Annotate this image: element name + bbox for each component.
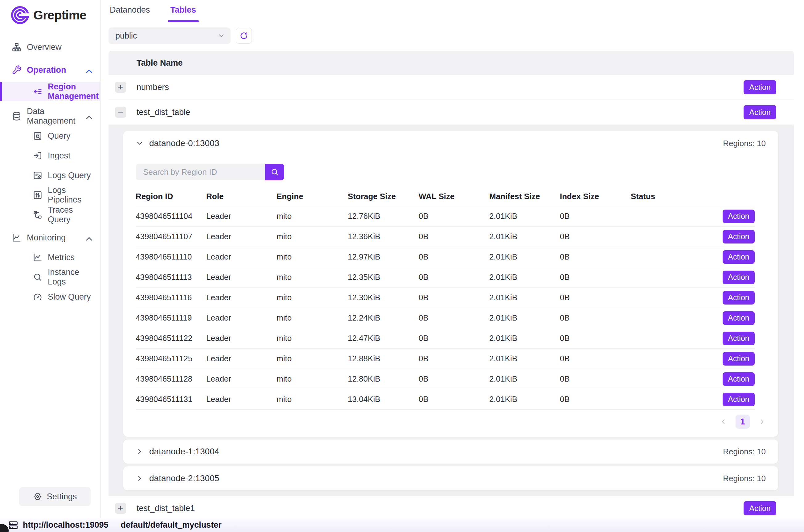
region-search-input[interactable] [136, 164, 265, 180]
datanode-0-header[interactable]: datanode-0:13003 Regions: 10 [136, 131, 766, 156]
region-storage: 12.76KiB [348, 211, 419, 221]
expand-toggle-button[interactable]: + [115, 503, 126, 514]
region-role: Leader [206, 211, 276, 221]
table-name: test_dist_table1 [137, 504, 195, 513]
view-tabs: Datanodes Tables [100, 0, 804, 22]
sidebar-group-monitoring[interactable]: Monitoring [0, 230, 100, 245]
region-index: 0B [560, 354, 631, 363]
regions-count-label: Regions: 10 [723, 474, 766, 483]
region-role: Leader [206, 272, 276, 282]
expand-toggle-button[interactable]: + [115, 82, 126, 93]
region-role: Leader [206, 252, 276, 262]
region-role: Leader [206, 313, 276, 323]
server-url[interactable]: http://localhost:19095 [23, 520, 109, 530]
sidebar-item-slow-query[interactable]: Slow Query [0, 289, 100, 305]
region-engine: mito [276, 211, 348, 221]
region-id: 4398046511113 [136, 272, 206, 282]
query-icon [33, 131, 42, 141]
region-index: 0B [560, 293, 631, 302]
operation-icon [12, 65, 22, 75]
tab-datanodes[interactable]: Datanodes [109, 5, 151, 22]
datanode-2-card[interactable]: datanode-2:13005 Regions: 10 [123, 466, 778, 490]
sidebar-item-label: Region Management [48, 82, 99, 101]
sidebar-group-operation[interactable]: Operation [0, 62, 100, 78]
region-row: 4398046511131 Leader mito 13.04KiB 0B 2.… [136, 389, 755, 410]
tab-tables[interactable]: Tables [170, 5, 197, 22]
chevron-right-icon [136, 448, 143, 456]
chevron-right-icon [136, 474, 143, 482]
sidebar-item-label: Logs Query [48, 171, 91, 180]
region-row: 4398046511116 Leader mito 12.30KiB 0B 2.… [136, 288, 755, 308]
sidebar-item-label: Monitoring [27, 233, 66, 243]
table-row-numbers: + numbers Action [109, 75, 794, 100]
region-action-button[interactable]: Action [723, 352, 755, 365]
region-id: 4398046511119 [136, 313, 206, 323]
collapse-toggle-button[interactable]: − [115, 107, 126, 118]
region-action-button[interactable]: Action [723, 372, 755, 386]
region-action-button[interactable]: Action [723, 210, 755, 223]
chevron-up-icon [84, 234, 92, 241]
col-index-size: Index Size [560, 192, 631, 201]
sidebar-item-region-management[interactable]: Region Management [0, 82, 100, 101]
chevron-right-icon[interactable] [759, 418, 766, 425]
sidebar-item-label: Logs Pipelines [48, 186, 92, 205]
sidebar-nav: Overview Operation Region Management Dat… [0, 39, 100, 305]
region-action-button[interactable]: Action [723, 393, 755, 406]
region-index: 0B [560, 395, 631, 404]
region-wal: 0B [419, 232, 489, 241]
settings-label: Settings [47, 492, 77, 501]
sidebar-item-label: Traces Query [48, 205, 92, 224]
datanode-1-card[interactable]: datanode-1:13004 Regions: 10 [123, 439, 778, 463]
region-engine: mito [276, 293, 348, 302]
settings-icon [33, 492, 42, 501]
refresh-button[interactable] [236, 28, 252, 44]
monitoring-icon [12, 233, 22, 243]
sidebar-group-data-management[interactable]: Data Management [0, 109, 100, 124]
table-row-test-dist-table1: + test_dist_table1 Action [109, 496, 794, 521]
logs-pipelines-icon [33, 190, 42, 200]
region-action-button[interactable]: Action [723, 230, 755, 244]
region-storage: 12.97KiB [348, 252, 419, 262]
table-action-button[interactable]: Action [744, 80, 776, 94]
region-storage: 12.30KiB [348, 293, 419, 302]
chevron-left-icon[interactable] [720, 418, 727, 425]
sidebar-item-metrics[interactable]: Metrics [0, 250, 100, 265]
sidebar-item-label: Metrics [48, 253, 75, 262]
region-action-button[interactable]: Action [723, 311, 755, 325]
region-storage: 12.80KiB [348, 374, 419, 384]
sidebar-item-instance-logs[interactable]: Instance Logs [0, 269, 100, 285]
tables-list-header: Table Name [109, 51, 794, 75]
datanodes-panel: datanode-0:13003 Regions: 10 Region ID R… [109, 125, 794, 496]
sidebar-item-label: Data Management [27, 107, 79, 126]
table-action-button[interactable]: Action [744, 501, 776, 515]
sidebar-item-logs-pipelines[interactable]: Logs Pipelines [0, 187, 100, 203]
settings-button[interactable]: Settings [19, 487, 91, 506]
region-id: 4398046511104 [136, 211, 206, 221]
region-manifest: 2.01KiB [489, 374, 560, 384]
region-action-button[interactable]: Action [723, 332, 755, 345]
greptime-logo: Greptime [0, 0, 100, 25]
region-action-button[interactable]: Action [723, 291, 755, 305]
region-id: 4398046511122 [136, 334, 206, 343]
region-manifest: 2.01KiB [489, 395, 560, 404]
region-wal: 0B [419, 211, 489, 221]
region-index: 0B [560, 232, 631, 241]
table-action-button[interactable]: Action [744, 105, 776, 119]
region-wal: 0B [419, 272, 489, 282]
sidebar-item-logs-query[interactable]: Logs Query [0, 168, 100, 183]
sidebar-item-query[interactable]: Query [0, 128, 100, 144]
region-index: 0B [560, 272, 631, 282]
region-index: 0B [560, 211, 631, 221]
region-wal: 0B [419, 252, 489, 262]
instance-logs-icon [33, 272, 42, 282]
sidebar-item-overview[interactable]: Overview [0, 39, 100, 55]
region-action-button[interactable]: Action [723, 271, 755, 284]
region-action-button[interactable]: Action [723, 250, 755, 264]
sidebar-item-traces-query[interactable]: Traces Query [0, 207, 100, 223]
datanode-name: datanode-0:13003 [149, 138, 219, 148]
traces-query-icon [33, 210, 42, 220]
sidebar-item-ingest[interactable]: Ingest [0, 148, 100, 163]
region-search-button[interactable] [265, 164, 284, 180]
schema-select[interactable]: public [109, 27, 231, 44]
page-number[interactable]: 1 [735, 415, 750, 429]
